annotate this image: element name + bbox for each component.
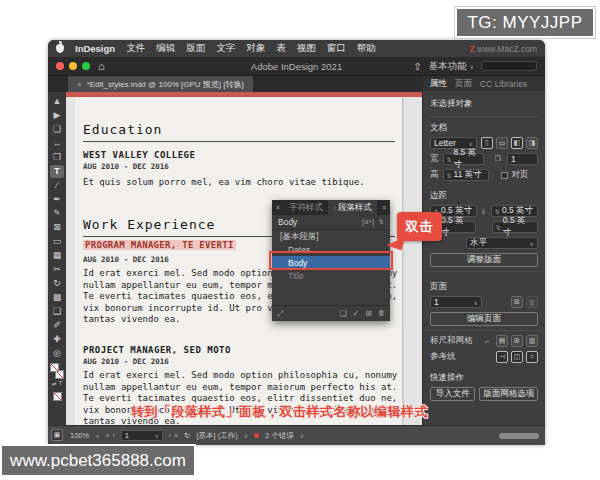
stepper-icon[interactable]: ⇅ (447, 172, 452, 179)
last-page-icon[interactable]: » (174, 432, 178, 439)
menu-type[interactable]: 文字 (216, 42, 235, 55)
width-field[interactable]: ⇅ 8.5 英寸 (443, 153, 485, 165)
pencil-tool[interactable]: ✎ (50, 207, 64, 220)
apply-none-swatch[interactable] (50, 390, 64, 403)
stepper-icon[interactable]: ⇅ (495, 208, 500, 215)
style-item-title[interactable]: Title (272, 269, 390, 282)
style-item-basic-paragraph[interactable]: [基本段落] (272, 230, 390, 243)
load-styles-icon[interactable]: ⤢ (277, 309, 283, 319)
note-tool[interactable]: ❑ (50, 305, 64, 318)
menu-object[interactable]: 对象 (246, 42, 265, 55)
apple-menu-icon[interactable] (56, 44, 64, 53)
menu-view[interactable]: 视图 (297, 42, 316, 55)
menu-file[interactable]: 文件 (126, 42, 145, 55)
zoom-chevron-icon[interactable]: ∨ (95, 432, 99, 439)
panel-menu-icon[interactable]: ≡ (382, 204, 390, 211)
menu-window[interactable]: 窗口 (327, 42, 346, 55)
link-margins-icon[interactable]: ∞ (479, 208, 488, 214)
ruler-icon[interactable]: ⌐ (481, 335, 493, 347)
add-page-icon[interactable]: ⊞ (511, 296, 523, 308)
tab-character-styles[interactable]: 字符样式 (284, 200, 328, 215)
hand-tool[interactable]: ✚ (50, 333, 64, 346)
first-page-icon[interactable]: « (106, 432, 110, 439)
baseline-grid-icon[interactable]: ▤ (496, 335, 508, 347)
direction-select[interactable]: 水平 ∨ (466, 237, 538, 249)
binding-right-icon[interactable]: ◨ (526, 137, 538, 149)
home-icon[interactable]: ⌂ (98, 60, 105, 72)
eyedropper-tool[interactable]: ✐ (50, 319, 64, 332)
menu-help[interactable]: 帮助 (357, 42, 376, 55)
next-page-icon[interactable]: › (169, 432, 171, 439)
style-quick-apply-icon[interactable]: ↯ (378, 218, 384, 226)
view-mode-button[interactable]: ▣ (51, 429, 63, 441)
binding-left-icon[interactable]: ◧ (511, 137, 523, 149)
table-tool[interactable]: ▦ (50, 249, 64, 262)
rectangle-tool[interactable]: ▭ (50, 235, 64, 248)
search-input[interactable] (481, 61, 537, 71)
pen-tool[interactable]: ✒ (50, 193, 64, 206)
new-style-icon[interactable]: ⊞ (365, 309, 372, 318)
free-transform-tool[interactable]: ↻ (50, 277, 64, 290)
error-chevron-icon[interactable]: ∨ (300, 432, 304, 439)
layout-grid-icon[interactable]: ▥ (526, 335, 538, 347)
share-icon[interactable]: ⇧ (413, 61, 421, 72)
workspace-switcher[interactable]: 基本功能 ∨ (429, 60, 474, 73)
facing-pages-checkbox[interactable] (501, 172, 508, 179)
page-tool[interactable]: ❏ (50, 123, 64, 136)
stepper-icon[interactable]: ⇅ (447, 156, 452, 163)
tab-properties[interactable]: 属性 (430, 78, 447, 90)
tab-paragraph-styles[interactable]: ○ 段落样式 (328, 200, 377, 215)
close-tab-icon[interactable]: × (77, 80, 82, 89)
zoom-window-button[interactable] (82, 62, 90, 70)
preflight-profile[interactable]: [基本] (工作) (196, 431, 237, 441)
selection-tool[interactable]: ▲ (50, 95, 64, 108)
error-count[interactable]: 2 个错误 (265, 431, 294, 441)
fill-swatch[interactable] (50, 363, 59, 372)
scissors-tool[interactable]: ✂ (50, 263, 64, 276)
line-tool[interactable]: ∕ (50, 179, 64, 192)
tab-cc-libraries[interactable]: CC Libraries (480, 79, 527, 89)
pages-count-field[interactable]: 1 (507, 153, 538, 165)
menu-edit[interactable]: 编辑 (156, 42, 175, 55)
menu-app-name[interactable]: InDesign (75, 43, 115, 54)
fill-stroke-swatches[interactable] (50, 363, 64, 379)
content-collector-tool[interactable]: ❐ (50, 151, 64, 164)
orientation-landscape-icon[interactable]: ▭ (496, 137, 508, 149)
import-file-button[interactable]: 导入文件 (430, 387, 475, 401)
document-tab[interactable]: × *Edit_styles.indd @ 100% [GPU 预览] [转换] (68, 76, 253, 92)
gap-tool[interactable]: ↔ (50, 137, 64, 150)
margin-right-field[interactable]: ⇅ 0.5 英寸 (492, 221, 538, 233)
type-tool[interactable]: T (50, 165, 64, 178)
style-group-folder-icon[interactable]: ❏ (339, 309, 346, 318)
frame-tool[interactable]: ⊠ (50, 221, 64, 234)
smart-guides-icon[interactable]: ⌗ (526, 351, 538, 363)
swap-fill-stroke-icon[interactable]: ⇄ (52, 380, 57, 387)
orientation-portrait-icon[interactable]: ▯ (481, 137, 493, 149)
horizontal-scrollbar-thumb[interactable] (499, 433, 539, 439)
menu-table[interactable]: 表 (276, 42, 286, 55)
clear-overrides-icon[interactable]: ✓ (353, 309, 360, 318)
height-field[interactable]: ⇅ 11 英寸 (443, 169, 489, 181)
gradient-tool[interactable]: ▩ (50, 291, 64, 304)
tab-pages[interactable]: 页面 (455, 78, 472, 90)
rotate-spread-icon[interactable]: ↻ (184, 431, 190, 440)
edit-page-button[interactable]: 编辑页面 (430, 312, 538, 326)
direct-selection-tool[interactable]: ▶ (50, 109, 64, 122)
menu-layout[interactable]: 版面 (186, 42, 205, 55)
delete-style-icon[interactable]: 🗑 (378, 309, 385, 318)
close-window-button[interactable] (56, 62, 64, 70)
zoom-level[interactable]: 100% (70, 431, 89, 440)
panel-close-icon[interactable]: × (272, 204, 284, 211)
page-number-field[interactable]: 1 ∨ (121, 430, 163, 441)
current-page-select[interactable]: 1 ∨ (430, 296, 482, 308)
formatting-affects-text-icon[interactable]: T (59, 380, 63, 387)
delete-page-icon[interactable]: 🗑 (526, 296, 538, 308)
prev-page-icon[interactable]: ‹ (113, 432, 115, 439)
zoom-tool[interactable]: ◎ (50, 347, 64, 360)
lock-guides-icon[interactable]: ◫ (511, 351, 523, 363)
stepper-icon[interactable]: ⇅ (496, 224, 501, 231)
layout-grid-options-button[interactable]: 版面网格选项 (479, 387, 538, 401)
show-guides-icon[interactable]: ⊣ (496, 351, 508, 363)
minimize-window-button[interactable] (69, 62, 77, 70)
preflight-chevron-icon[interactable]: ∨ (244, 432, 248, 439)
